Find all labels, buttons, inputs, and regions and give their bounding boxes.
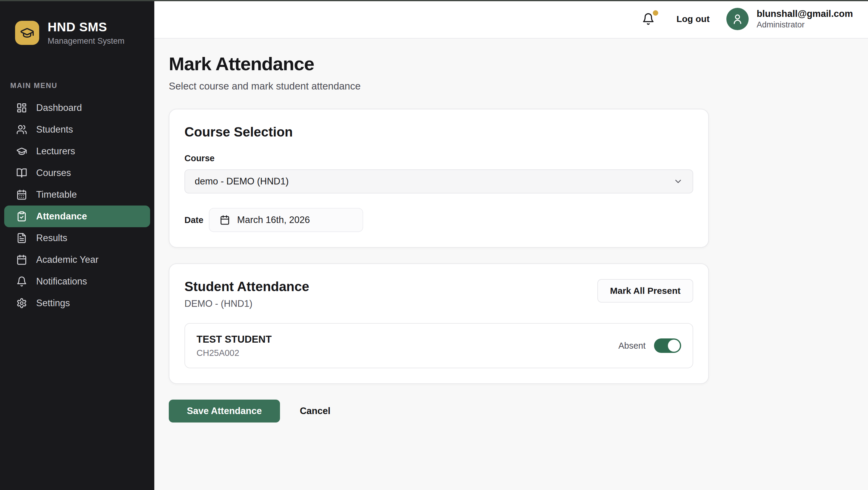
calendar-days-icon	[16, 189, 27, 200]
attendance-status-label: Absent	[618, 341, 646, 351]
logout-button[interactable]: Log out	[676, 14, 710, 24]
sidebar-item-label: Settings	[36, 298, 70, 309]
brand-title: HND SMS	[48, 20, 124, 34]
graduation-cap-icon	[20, 26, 34, 40]
course-selection-title: Course Selection	[184, 124, 693, 140]
sidebar-item-academic-year[interactable]: Academic Year	[4, 249, 150, 271]
sidebar-item-lecturers[interactable]: Lecturers	[4, 141, 150, 162]
gear-icon	[16, 298, 27, 309]
sidebar-item-results[interactable]: Results	[4, 227, 150, 249]
clipboard-check-icon	[16, 211, 27, 222]
sidebar-item-label: Dashboard	[36, 102, 82, 113]
user-role: Administrator	[756, 20, 853, 30]
date-field-label: Date	[184, 215, 204, 225]
student-name: TEST STUDENT	[196, 334, 272, 345]
calendar-icon	[220, 215, 230, 225]
course-select[interactable]: demo - DEMO (HND1)	[184, 170, 693, 193]
users-icon	[16, 124, 27, 135]
student-attendance-subtitle: DEMO - (HND1)	[184, 298, 309, 309]
form-actions: Save Attendance Cancel	[169, 400, 854, 423]
student-row: TEST STUDENT CH25A002 Absent	[184, 323, 693, 368]
app-window: HND SMS Management System MAIN MENU Dash…	[0, 0, 868, 490]
notifications-button[interactable]	[642, 13, 655, 25]
sidebar-item-timetable[interactable]: Timetable	[4, 184, 150, 206]
date-row: Date March 16th, 2026	[184, 208, 693, 232]
sidebar-item-attendance[interactable]: Attendance	[4, 206, 150, 227]
file-text-icon	[16, 233, 27, 244]
mark-all-present-button[interactable]: Mark All Present	[597, 279, 693, 303]
student-attendance-title: Student Attendance	[184, 279, 309, 294]
dashboard-icon	[16, 102, 27, 113]
sidebar-item-label: Timetable	[36, 189, 77, 200]
sidebar-item-notifications[interactable]: Notifications	[4, 271, 150, 292]
brand: HND SMS Management System	[0, 0, 154, 46]
toggle-knob	[668, 340, 680, 352]
user-email: blunshall@gmail.com	[756, 8, 853, 19]
page-subtitle: Select course and mark student attendanc…	[169, 81, 854, 92]
sidebar-item-settings[interactable]: Settings	[4, 292, 150, 314]
sidebar-section-label: MAIN MENU	[0, 81, 154, 90]
sidebar: HND SMS Management System MAIN MENU Dash…	[0, 0, 154, 490]
sidebar-item-label: Results	[36, 233, 67, 244]
sidebar-item-label: Notifications	[36, 276, 87, 287]
sidebar-menu: Dashboard Students Lecturers Courses Tim…	[0, 97, 154, 314]
chevron-down-icon	[673, 177, 683, 186]
date-picker-button[interactable]: March 16th, 2026	[209, 208, 363, 232]
sidebar-item-courses[interactable]: Courses	[4, 162, 150, 184]
graduation-cap-icon	[16, 146, 27, 157]
bell-icon	[16, 276, 27, 287]
cancel-button[interactable]: Cancel	[300, 406, 331, 417]
sidebar-item-dashboard[interactable]: Dashboard	[4, 97, 150, 119]
brand-subtitle: Management System	[48, 36, 124, 46]
date-picker-value: March 16th, 2026	[237, 215, 310, 225]
page-title: Mark Attendance	[169, 53, 854, 74]
page-content: Mark Attendance Select course and mark s…	[154, 38, 868, 490]
top-loading-strip	[0, 0, 868, 1]
main-area: Log out blunshall@gmail.com Administrato…	[154, 0, 868, 490]
app-logo	[15, 21, 39, 45]
course-select-value: demo - DEMO (HND1)	[195, 176, 289, 187]
save-attendance-button[interactable]: Save Attendance	[169, 400, 280, 423]
book-open-icon	[16, 167, 27, 178]
course-field-label: Course	[184, 153, 693, 163]
course-selection-card: Course Selection Course demo - DEMO (HND…	[169, 109, 709, 248]
student-attendance-card: Student Attendance DEMO - (HND1) Mark Al…	[169, 264, 709, 384]
sidebar-item-label: Lecturers	[36, 146, 75, 157]
sidebar-item-label: Courses	[36, 167, 71, 178]
sidebar-item-label: Students	[36, 124, 73, 135]
sidebar-item-label: Attendance	[36, 211, 87, 222]
user-icon	[732, 13, 744, 25]
topbar: Log out blunshall@gmail.com Administrato…	[154, 0, 868, 38]
calendar-icon	[16, 254, 27, 265]
sidebar-item-students[interactable]: Students	[4, 119, 150, 141]
attendance-toggle[interactable]	[654, 338, 681, 353]
sidebar-item-label: Academic Year	[36, 254, 98, 265]
bell-icon	[642, 13, 655, 25]
avatar[interactable]	[726, 8, 749, 30]
notification-badge-dot	[653, 10, 658, 16]
student-id: CH25A002	[196, 348, 272, 358]
